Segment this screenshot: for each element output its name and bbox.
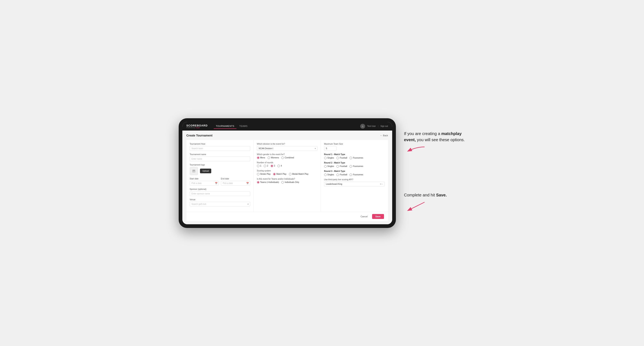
nav-bar: SCOREBOARD Powered by clippit TOURNAMENT… xyxy=(182,122,392,131)
r1-foursomes[interactable]: Foursomes xyxy=(350,157,363,159)
venue-wrapper: ▾ xyxy=(190,202,250,206)
r2-foursomes[interactable]: Foursomes xyxy=(350,165,363,168)
form-grid: Tournament Host Tournament name Tourname… xyxy=(186,140,388,212)
r2-fourball[interactable]: Fourball xyxy=(336,165,347,168)
r3-foursomes[interactable]: Foursomes xyxy=(350,173,363,176)
annotation-area: If you are creating a matchplay event, y… xyxy=(404,118,466,212)
end-date-wrapper: 📅 xyxy=(221,181,250,185)
tournament-logo-group: Tournament logo Upload xyxy=(190,164,250,175)
tournament-name-input[interactable] xyxy=(190,157,250,161)
r2-singles[interactable]: Singles xyxy=(324,165,334,168)
nav-logo: SCOREBOARD Powered by clippit xyxy=(186,124,208,128)
division-label: Which division is the event for? xyxy=(257,143,318,145)
upload-button[interactable]: Upload xyxy=(200,169,212,173)
division-select[interactable]: NCAA Division I xyxy=(257,146,318,151)
max-team-size-input[interactable] xyxy=(324,146,336,151)
scoring-api-tag: Leaderboard King ✕ › xyxy=(324,182,385,186)
rounds-label: Number of rounds xyxy=(257,162,318,164)
tournament-name-group: Tournament name xyxy=(190,153,250,161)
scoring-medal[interactable]: Medal Match Play xyxy=(289,173,308,175)
r3-singles[interactable]: Singles xyxy=(324,173,334,176)
svg-point-0 xyxy=(362,125,363,126)
gender-combined-label: Combined xyxy=(284,157,294,159)
venue-group: Venue ▾ xyxy=(190,198,250,206)
rounds-radio-group: 1 2 3 xyxy=(257,165,318,167)
annotation-top-text: If you are creating a xyxy=(404,131,441,136)
cancel-button[interactable]: Cancel xyxy=(358,214,370,219)
right-column: Maximum Team Size Round 1 - Match Type S… xyxy=(321,140,388,212)
scoring-api-value: Leaderboard King xyxy=(326,183,342,185)
tag-close-icon[interactable]: ✕ › xyxy=(380,183,383,185)
r1-singles[interactable]: Singles xyxy=(324,157,334,159)
nav-user: Test User xyxy=(367,125,376,127)
round-1[interactable]: 1 xyxy=(257,165,262,167)
r1-fourball[interactable]: Fourball xyxy=(336,157,347,159)
calendar-icon-2: 📅 xyxy=(246,182,249,184)
page-wrapper: SCOREBOARD Powered by clippit TOURNAMENT… xyxy=(179,118,466,228)
annotation-save-bold: Save. xyxy=(436,193,447,197)
round1-match-section: Round 1 - Match Type Singles Fourball xyxy=(324,153,385,159)
start-date-label: Start date xyxy=(190,177,219,180)
gender-womens-label: Womens xyxy=(271,157,279,159)
tournament-host-input[interactable] xyxy=(190,146,250,151)
r3-fourball[interactable]: Fourball xyxy=(336,173,347,176)
nav-teams[interactable]: TEAMS xyxy=(237,124,250,129)
scoring-api-group: Use third-party live scoring API? Leader… xyxy=(324,178,385,186)
logo-upload-area: Upload xyxy=(190,167,250,175)
round2-options: Singles Fourball Foursomes xyxy=(324,165,385,168)
tournament-logo-label: Tournament logo xyxy=(190,164,250,166)
gender-group: Which gender is the event for? Mens Wome… xyxy=(257,153,318,159)
venue-input[interactable] xyxy=(190,202,250,206)
gender-womens[interactable]: Womens xyxy=(268,157,279,159)
logo-text: SCOREBOARD xyxy=(186,124,208,127)
sponsor-input[interactable] xyxy=(190,191,250,196)
annotation-top-text2: you will see these options. xyxy=(416,138,465,142)
scoring-match[interactable]: Match Play xyxy=(273,173,286,175)
page-title: Create Tournament xyxy=(186,134,212,137)
teams-option[interactable]: Teams (+Individuals) xyxy=(257,181,279,183)
teams-group: Is this event for Teams and/or Individua… xyxy=(257,178,318,183)
round2-label: Round 2 - Match Type xyxy=(324,162,385,164)
round3-label: Round 3 - Match Type xyxy=(324,170,385,172)
max-team-size-label: Maximum Team Size xyxy=(324,143,385,145)
annotation-bottom-text: Complete and hit xyxy=(404,193,436,197)
left-column: Tournament Host Tournament name Tourname… xyxy=(186,140,254,212)
search-icon: ▾ xyxy=(248,203,248,205)
round-2[interactable]: 2 xyxy=(264,165,268,167)
middle-column: Which division is the event for? NCAA Di… xyxy=(254,140,321,212)
tournament-name-label: Tournament name xyxy=(190,153,250,156)
gender-combined[interactable]: Combined xyxy=(281,157,294,159)
individuals-label: Individuals Only xyxy=(284,181,299,183)
logo-placeholder xyxy=(190,167,198,175)
individuals-option[interactable]: Individuals Only xyxy=(281,181,299,183)
scoring-radio-group: Stroke Play Match Play Medal Match Play xyxy=(257,173,318,175)
nav-links: TOURNAMENTS TEAMS xyxy=(214,124,250,129)
annotation-arrow-bottom xyxy=(404,200,429,212)
round-4[interactable]: 4 xyxy=(278,165,282,167)
tablet-screen: SCOREBOARD Powered by clippit TOURNAMENT… xyxy=(182,122,392,224)
round3-match-section: Round 3 - Match Type Singles Fourball xyxy=(324,170,385,176)
match-play-label: Match Play xyxy=(276,173,286,175)
form-footer: Cancel Save xyxy=(186,212,388,221)
back-button[interactable]: ← Back xyxy=(380,134,388,137)
scoring-stroke[interactable]: Stroke Play xyxy=(257,173,271,175)
end-date-label: End date xyxy=(221,177,250,180)
nav-tournaments[interactable]: TOURNAMENTS xyxy=(214,124,236,129)
round-3[interactable]: 3 xyxy=(271,165,275,167)
sponsor-label: Sponsor (optional) xyxy=(190,188,250,190)
round1-options: Singles Fourball Foursomes xyxy=(324,157,385,159)
end-date-input[interactable] xyxy=(221,181,250,185)
nav-signout[interactable]: Sign out xyxy=(380,125,388,127)
round1-label: Round 1 - Match Type xyxy=(324,153,385,156)
calendar-icon: 📅 xyxy=(215,182,218,184)
gender-mens[interactable]: Mens xyxy=(257,157,265,159)
tournament-host-label: Tournament Host xyxy=(190,143,250,145)
annotation-bottom: Complete and hit Save. xyxy=(404,192,466,212)
start-date-input[interactable] xyxy=(190,181,219,185)
annotation-top: If you are creating a matchplay event, y… xyxy=(404,131,466,155)
round3-options: Singles Fourball Foursomes xyxy=(324,173,385,176)
end-date-group: End date 📅 xyxy=(221,177,250,185)
save-button[interactable]: Save xyxy=(372,214,384,219)
gender-label: Which gender is the event for? xyxy=(257,153,318,156)
start-date-wrapper: 📅 xyxy=(190,181,219,185)
